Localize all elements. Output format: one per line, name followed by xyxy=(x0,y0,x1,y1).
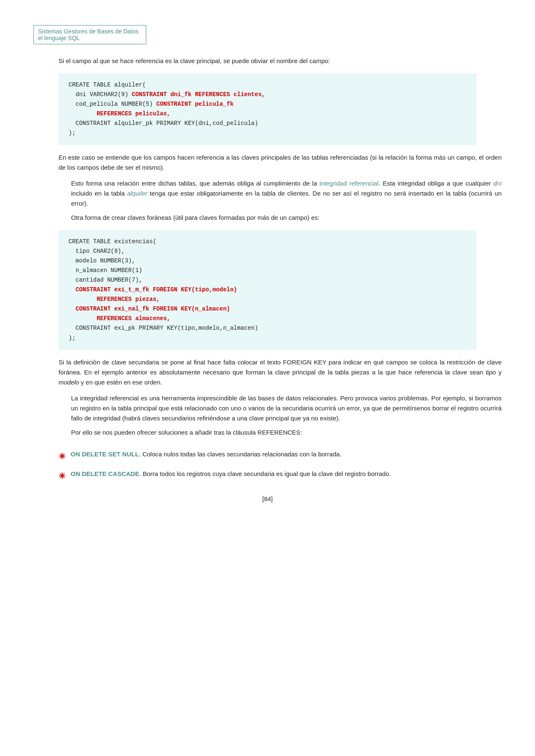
code-block-1: CREATE TABLE alquiler( dni VARCHAR2(9) C… xyxy=(59,74,476,145)
keyword-references-2: REFERENCES piezas, xyxy=(97,296,160,303)
code-block-2: CREATE TABLE existencias( tipo CHAR2(9),… xyxy=(59,230,476,350)
paragraph-2: En este caso se entiende que los campos … xyxy=(59,153,502,173)
code-line: CREATE TABLE alquiler( xyxy=(69,80,466,90)
code-line: CONSTRAINT alquiler_pk PRIMARY KEY(dni,c… xyxy=(69,119,466,128)
code-line: REFERENCES peliculas, xyxy=(69,109,466,119)
intro-paragraph: Si el campo al que se hace referencia es… xyxy=(59,56,502,66)
code-line: ); xyxy=(69,128,466,138)
bullet-2-label: ON DELETE CASCADE xyxy=(71,470,139,477)
paragraph-6: La integridad referencial es una herrami… xyxy=(71,393,502,423)
keyword-references: REFERENCES peliculas, xyxy=(97,110,170,117)
code-line: CONSTRAINT exi_nal_fk FOREIGN KEY(n_alma… xyxy=(69,304,466,314)
bullet-2-text: ON DELETE CASCADE. Borra todos los regis… xyxy=(71,469,391,479)
code-line: n_almacen NUMBER(1) xyxy=(69,266,466,275)
paragraph-7: Por ello se nos pueden ofrecer solucione… xyxy=(71,428,502,438)
bullet-1-text: ON DELETE SET NULL. Coloca nulos todas l… xyxy=(71,449,341,459)
bullet-star-1: ✳ xyxy=(59,450,66,463)
paragraph-5: Si la definición de clave secundaria se … xyxy=(59,357,502,387)
code-line: CONSTRAINT exi_pk PRIMARY KEY(tipo,model… xyxy=(69,323,466,333)
header-line1: Sistemas Gestores de Bases de Datos xyxy=(38,28,138,35)
header-box: Sistemas Gestores de Bases de Datos el l… xyxy=(33,25,146,44)
integridad-referencial-text: integridad referencial xyxy=(319,180,379,187)
code-line: ); xyxy=(69,333,466,343)
code-line: REFERENCES almacenes, xyxy=(69,314,466,323)
code-line: tipo CHAR2(9), xyxy=(69,247,466,256)
code-line: dni VARCHAR2(9) CONSTRAINT dni_fk REFERE… xyxy=(69,90,466,99)
paragraph-3: Esto forma una relación entre dichas tab… xyxy=(71,178,502,209)
modelo-text: modelo xyxy=(59,379,79,386)
tipo-text: tipo xyxy=(486,369,496,376)
bullet-star-2: ✳ xyxy=(59,469,66,483)
code-line: REFERENCES piezas, xyxy=(69,295,466,304)
alquiler-text: alquiler xyxy=(127,190,147,197)
keyword-constraint-3: CONSTRAINT exi_nal_fk FOREIGN KEY(n_alma… xyxy=(76,305,230,312)
keyword-constraint: CONSTRAINT pelicula_fk xyxy=(156,101,234,107)
paragraph-4: Otra forma de crear claves foráneas (úti… xyxy=(71,213,502,223)
header-line2: el lenguaje SQL xyxy=(38,35,138,41)
spacer xyxy=(33,442,502,449)
code-line: CREATE TABLE existencias( xyxy=(69,237,466,247)
bullet-2: ✳ ON DELETE CASCADE. Borra todos los reg… xyxy=(59,469,502,483)
code-line: CONSTRAINT exi_t_m_fk FOREIGN KEY(tipo,m… xyxy=(69,285,466,295)
keyword-constraint: CONSTRAINT dni_fk REFERENCES clientes, xyxy=(132,91,265,98)
code-line: cod_pelicula NUMBER(5) CONSTRAINT pelicu… xyxy=(69,99,466,109)
keyword-constraint-2: CONSTRAINT exi_t_m_fk FOREIGN KEY(tipo,m… xyxy=(76,286,237,293)
code-line: modelo NUMBER(3), xyxy=(69,256,466,266)
bullet-1-label: ON DELETE SET NULL xyxy=(71,451,139,458)
keyword-references-3: REFERENCES almacenes, xyxy=(97,315,170,322)
bullet-1: ✳ ON DELETE SET NULL. Coloca nulos todas… xyxy=(59,449,502,463)
page: Sistemas Gestores de Bases de Datos el l… xyxy=(0,0,535,756)
dni-text: dni xyxy=(493,180,502,187)
code-line: cantidad NUMBER(7), xyxy=(69,275,466,285)
page-number: [84] xyxy=(33,495,502,502)
